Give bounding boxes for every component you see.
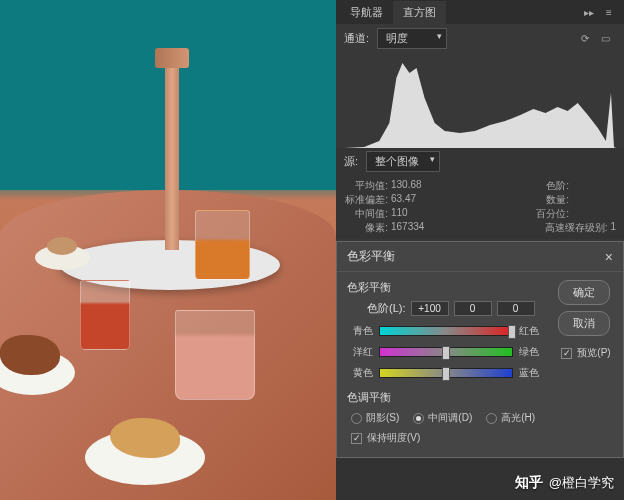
color-balance-group-label: 色彩平衡: [347, 280, 545, 295]
dialog-title-text: 色彩平衡: [347, 248, 395, 265]
tone-radios: 阴影(S) 中间调(D) 高光(H): [347, 411, 545, 425]
histogram-chart: [344, 53, 616, 148]
watermark: 知乎 @橙白学究: [515, 474, 614, 492]
document-preview: [0, 0, 336, 500]
expand-icon[interactable]: ▭: [598, 32, 612, 46]
slider-magenta-green: 洋红 绿色: [347, 345, 545, 359]
radio-shadows[interactable]: 阴影(S): [351, 411, 399, 425]
slider-track-3[interactable]: [379, 368, 513, 378]
preserve-luminosity[interactable]: 保持明度(V): [347, 431, 545, 445]
source-label: 源:: [344, 154, 358, 169]
slider-yellow-blue: 黄色 蓝色: [347, 366, 545, 380]
source-select[interactable]: 整个图像: [366, 151, 440, 172]
channel-select[interactable]: 明度: [377, 28, 447, 49]
levels-row: 色阶(L):: [347, 301, 545, 316]
close-icon[interactable]: ×: [605, 249, 613, 265]
zhihu-logo: 知乎: [515, 474, 543, 492]
panel-tabs: 导航器 直方图 ▸▸ ≡: [336, 0, 624, 24]
level-input-1[interactable]: [411, 301, 449, 316]
level-input-2[interactable]: [454, 301, 492, 316]
cancel-button[interactable]: 取消: [558, 311, 610, 336]
source-row: 源: 整个图像: [336, 148, 624, 175]
collapse-icon[interactable]: ▸▸: [582, 5, 596, 19]
dialog-titlebar[interactable]: 色彩平衡 ×: [337, 242, 623, 272]
radio-highlights[interactable]: 高光(H): [486, 411, 535, 425]
author-name: @橙白学究: [549, 474, 614, 492]
slider-track-2[interactable]: [379, 347, 513, 357]
tone-balance-group-label: 色调平衡: [347, 390, 545, 405]
tab-navigator[interactable]: 导航器: [340, 1, 393, 24]
level-input-3[interactable]: [497, 301, 535, 316]
slider-thumb-3[interactable]: [442, 367, 450, 381]
slider-cyan-red: 青色 红色: [347, 324, 545, 338]
menu-icon[interactable]: ≡: [602, 5, 616, 19]
channel-selector-row: 通道: 明度 ⟳ ▭: [336, 24, 624, 53]
radio-midtones[interactable]: 中间调(D): [413, 411, 472, 425]
right-panels: 导航器 直方图 ▸▸ ≡ 通道: 明度 ⟳ ▭ 源: 整个图像 平均值:130.…: [336, 0, 624, 500]
slider-thumb-1[interactable]: [508, 325, 516, 339]
ok-button[interactable]: 确定: [558, 280, 610, 305]
color-balance-dialog: 色彩平衡 × 色彩平衡 色阶(L): 青色 红色 洋红: [336, 241, 624, 458]
tab-histogram[interactable]: 直方图: [393, 1, 446, 24]
slider-thumb-2[interactable]: [442, 346, 450, 360]
preview-checkbox[interactable]: 预览(P): [557, 346, 610, 360]
refresh-icon[interactable]: ⟳: [578, 32, 592, 46]
channel-label: 通道:: [344, 31, 369, 46]
slider-track-1[interactable]: [379, 326, 513, 336]
histogram-stats: 平均值:130.68 色阶: 标准偏差:63.47 数量: 中间值:110 百分…: [336, 175, 624, 239]
